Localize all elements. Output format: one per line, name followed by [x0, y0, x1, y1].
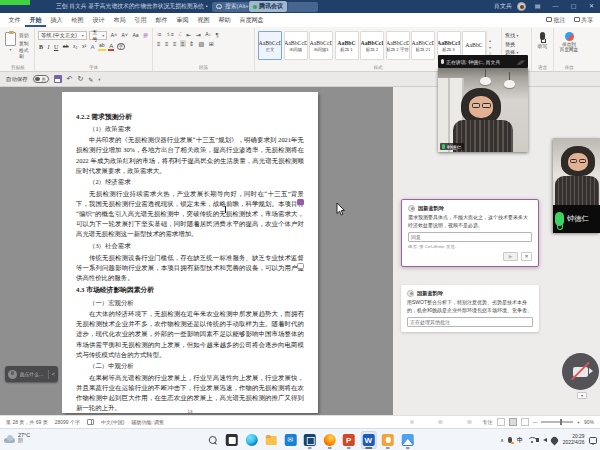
collapse-chevron-icon[interactable]: <: [51, 371, 55, 377]
tray-expand-chevron[interactable]: ∧: [500, 437, 504, 443]
zoom-level[interactable]: 90%: [584, 419, 594, 425]
start-button[interactable]: [185, 431, 201, 449]
undo-button[interactable]: ↶: [67, 75, 73, 83]
highlight-color-button[interactable]: ab: [98, 43, 106, 51]
comment-cancel-button[interactable]: ✕: [521, 252, 532, 261]
paste-caret[interactable]: ▾: [5, 47, 16, 52]
find-button[interactable]: 查找 ▾: [505, 32, 528, 38]
shading-button[interactable]: ▨: [198, 40, 206, 47]
shrink-font-button[interactable]: A˅: [121, 33, 129, 39]
style-no-spacing-1[interactable]: AaBbCcD无间隔1: [309, 31, 333, 60]
font-color-button[interactable]: A: [108, 42, 114, 51]
notification-center-icon[interactable]: [589, 437, 597, 444]
comment-reply-input[interactable]: [408, 232, 532, 242]
web-layout-button[interactable]: [521, 418, 529, 426]
word-count[interactable]: 28099 个字: [55, 419, 80, 425]
save-button[interactable]: [54, 75, 62, 83]
document-page[interactable]: 4.2.2 需求预测分析 （1）政策需求 中共印发的《无损检测仪器行业发展“十三…: [62, 92, 318, 413]
align-left-button[interactable]: ≡: [156, 40, 162, 47]
comment-send-button[interactable]: ▶: [503, 252, 518, 261]
print-layout-button[interactable]: [509, 418, 517, 426]
align-right-button[interactable]: ≡: [172, 40, 178, 47]
focus-mode-button[interactable]: 专注: [483, 419, 493, 425]
comment-card-active[interactable]: 国新蓝韵玲 需求预测要具体点，不能大而化之，这个技术要来多大经济效益要说明，视频…: [401, 199, 539, 267]
app-window-blue[interactable]: [302, 431, 318, 449]
task-view-button[interactable]: [224, 431, 240, 449]
numbering-button[interactable]: ⒈≡: [165, 32, 175, 38]
underline-button[interactable]: U: [53, 43, 59, 50]
ribbon-display-options-button[interactable]: ▤: [531, 0, 544, 13]
taskbar-search-button[interactable]: [204, 431, 220, 449]
style-heading-2-char[interactable]: AaBbCcD标题 2 字符: [386, 31, 410, 60]
ime-indicator[interactable]: 中: [517, 436, 523, 445]
change-case-button[interactable]: Aa: [131, 33, 139, 39]
comment-reply-input[interactable]: [407, 317, 533, 327]
tab-review[interactable]: 审阅: [172, 13, 193, 27]
powerpoint-app[interactable]: P: [341, 431, 357, 449]
comments-button[interactable]: 批注: [546, 16, 566, 25]
cut-button[interactable]: 剪切: [19, 32, 31, 38]
qat-customize-caret[interactable]: ▾: [98, 77, 100, 82]
meeting-floating-window[interactable]: 钟德仁: [553, 138, 600, 233]
style-heading-2[interactable]: AaBbCcD标题 2: [360, 31, 384, 60]
grow-font-button[interactable]: A˄: [110, 33, 118, 39]
bullets-button[interactable]: ⁝≡: [156, 32, 163, 38]
language-indicator[interactable]: 中文(中国): [101, 419, 124, 425]
italic-button[interactable]: I: [47, 43, 51, 50]
sort-button[interactable]: A↓: [204, 32, 212, 38]
text-effects-button[interactable]: A: [90, 43, 96, 50]
share-button[interactable]: 共享: [574, 16, 594, 25]
tencent-meeting-chip[interactable]: 腾讯会议: [249, 1, 287, 12]
photos-app[interactable]: [399, 431, 415, 449]
zoom-slider-thumb[interactable]: [560, 419, 563, 425]
borders-button[interactable]: ⊞: [208, 40, 215, 47]
meeting-chat-bubble[interactable]: 说点什么… <: [5, 366, 58, 382]
copy-button[interactable]: 复制: [19, 40, 31, 46]
format-painter-button[interactable]: 格式刷: [19, 47, 31, 59]
zoom-slider[interactable]: [541, 421, 573, 422]
tab-references[interactable]: 引用: [130, 13, 151, 27]
comment-marker-icon[interactable]: [297, 263, 304, 269]
tab-help[interactable]: 帮助: [214, 13, 235, 27]
mail-app[interactable]: ✉: [282, 431, 298, 449]
styles-scroll-up[interactable]: ▴: [489, 38, 491, 43]
style-normal[interactable]: AaBbCcDx正文: [258, 31, 282, 60]
bold-button[interactable]: B: [38, 43, 44, 50]
meeting-speaking-banner[interactable]: 正在讲话: 钟德仁, 肖文兵 ◢◤: [438, 55, 528, 68]
tab-design[interactable]: 设计: [88, 13, 109, 27]
minimize-button[interactable]: —: [549, 0, 562, 13]
tab-view[interactable]: 视图: [193, 13, 214, 27]
tab-layout[interactable]: 布局: [109, 13, 130, 27]
mic-in-use-icon[interactable]: [508, 437, 512, 444]
paste-button[interactable]: ▾: [5, 29, 16, 59]
volume-icon[interactable]: [543, 438, 547, 442]
replace-button[interactable]: 替换: [505, 41, 528, 47]
camera-options-caret[interactable]: ▾: [577, 392, 587, 399]
tab-insert[interactable]: 插入: [46, 13, 67, 27]
security-app[interactable]: [380, 431, 396, 449]
redo-button[interactable]: ↻: [77, 75, 83, 83]
camera-off-button[interactable]: [562, 353, 599, 390]
enclose-characters-button[interactable]: 字: [117, 43, 125, 50]
tab-mailings[interactable]: 邮件: [151, 13, 172, 27]
proofing-icon[interactable]: [87, 419, 94, 425]
align-center-button[interactable]: ≡: [164, 40, 170, 47]
decrease-indent-button[interactable]: ⇤: [185, 31, 192, 38]
tab-baidu-netdisk[interactable]: 百度网盘: [235, 13, 268, 27]
word-app-active[interactable]: W: [360, 431, 376, 449]
style-no-spacing[interactable]: AaBbCcDx无间隔: [284, 31, 308, 60]
show-marks-button[interactable]: ¶: [215, 31, 220, 38]
style-heading-21[interactable]: AaBbCcD标题 21: [411, 31, 435, 60]
zoom-in-button[interactable]: +: [577, 419, 580, 425]
justify-button[interactable]: ≡: [180, 40, 186, 47]
edge-app[interactable]: [243, 431, 259, 449]
page-indicator[interactable]: 第 28 页，共 69 页: [6, 419, 48, 425]
line-spacing-button[interactable]: ⇕: [188, 40, 195, 47]
style-heading-1[interactable]: AaBbC标题 1: [335, 31, 359, 60]
comment-card[interactable]: 国新蓝韵玲 用SWOT整合分析下，特别注意优势、劣势是技术本身的，机会和挑战是企…: [401, 285, 539, 332]
font-family-select[interactable]: 等线 (中文正文)▾: [38, 31, 87, 40]
pen-button[interactable]: ✎: [88, 76, 93, 83]
superscript-button[interactable]: x²: [81, 44, 87, 50]
meeting-video-thumbnail[interactable]: 钟德仁: [438, 68, 528, 152]
account-name[interactable]: 肖文兵: [494, 2, 512, 11]
